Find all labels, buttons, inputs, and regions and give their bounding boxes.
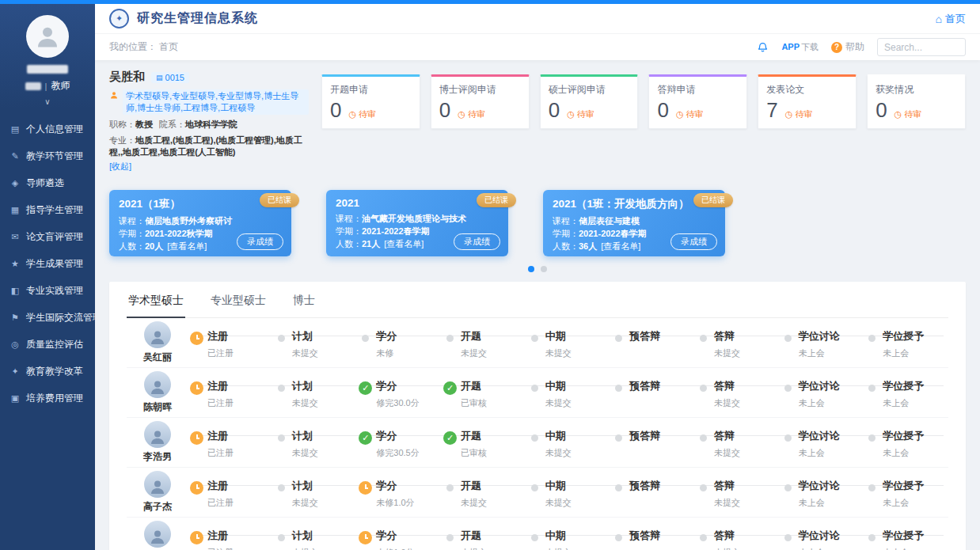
course-status-ribbon: 已结课 xyxy=(260,193,299,207)
student-row[interactable]: 陈朝晖 注册 已注册 xyxy=(127,368,948,418)
chevron-down-icon[interactable]: ∨ xyxy=(0,97,95,106)
user-avatar[interactable] xyxy=(26,15,69,58)
stage-title: 学分 xyxy=(376,479,442,492)
course-card[interactable]: 已结课 2021（1班：开发地质方向） 课程：储层表征与建模 学期：2021-2… xyxy=(543,190,725,256)
sidebar-item[interactable]: ▣ 培养费用管理 xyxy=(0,385,95,412)
tab[interactable]: 专业型硕士 xyxy=(209,282,268,318)
term-label: 学期： xyxy=(119,229,145,238)
breadcrumb-label: 我的位置： xyxy=(109,40,157,54)
stat-card[interactable]: 开题申请 0 ◷ 待审 xyxy=(321,74,420,129)
student-row[interactable]: 吴红丽 注册 已注册 xyxy=(127,318,948,368)
student-avatar xyxy=(144,471,171,498)
course-name: 储层表征与建模 xyxy=(579,216,640,226)
roster-link[interactable]: [查看名单] xyxy=(384,239,424,248)
carousel-dot[interactable] xyxy=(541,266,547,272)
stage-title: 中期 xyxy=(545,429,611,442)
count-value: 21人 xyxy=(362,239,380,248)
status-icon xyxy=(615,534,622,541)
course-name-line: 课程：储层地质野外考察研讨 xyxy=(119,214,282,227)
stage-status: 未提交 xyxy=(714,497,780,509)
page: | 教师 ∨ ▤ 个人信息管理 ✎ 教学环节管理 xyxy=(0,0,980,550)
bell-icon[interactable] xyxy=(757,41,769,53)
term-label: 学期： xyxy=(336,226,362,236)
app-download-link[interactable]: APP 下载 xyxy=(781,41,819,53)
user-role-row: | 教师 xyxy=(0,79,95,93)
stat-card[interactable]: 获奖情况 0 ◷ 待审 xyxy=(867,74,966,129)
collapse-link[interactable]: [收起] xyxy=(109,161,131,173)
status-icon xyxy=(278,534,285,541)
stage-status: 未提交 xyxy=(545,447,611,459)
sidebar-item[interactable]: ✎ 教学环节管理 xyxy=(0,142,95,169)
tab[interactable]: 学术型硕士 xyxy=(127,282,185,318)
sidebar-item[interactable]: ◎ 质量监控评估 xyxy=(0,331,95,358)
stage-registration: 注册 已注册 xyxy=(188,529,273,550)
download-word: 下载 xyxy=(801,41,819,53)
stage-title: 答辩 xyxy=(714,529,780,542)
course-cards: 已结课 2021（1班） 课程：储层地质野外考察研讨 学期：2021-2022秋… xyxy=(109,190,966,256)
stat-status: ◷ 待审 xyxy=(458,108,485,120)
breadcrumb: 我的位置： 首页 xyxy=(109,40,178,54)
student-row[interactable]: 王梓洋 注册 已注册 xyxy=(127,518,948,550)
sidebar-item[interactable]: ▤ 个人信息管理 xyxy=(0,116,95,142)
sidebar-user-panel: | 教师 ∨ xyxy=(0,4,95,109)
roster-link[interactable]: [查看名单] xyxy=(167,241,207,251)
sidebar-item[interactable]: ◈ 导师遴选 xyxy=(0,169,95,196)
breadcrumb-home-link[interactable]: 首页 xyxy=(159,40,178,54)
sidebar-item[interactable]: ✉ 论文盲评管理 xyxy=(0,223,95,250)
stage-midterm: 中期 未提交 xyxy=(526,379,611,409)
help-link[interactable]: ? 帮助 xyxy=(831,40,864,54)
sidebar-item[interactable]: ★ 学生成果管理 xyxy=(0,250,95,277)
progress-timeline: 注册 已注册 计划 未提交 xyxy=(188,377,948,409)
enter-grades-button[interactable]: 录成绩 xyxy=(237,233,283,250)
dept-label: 院系： xyxy=(159,119,185,129)
term-label: 学期： xyxy=(553,229,579,238)
enter-grades-button[interactable]: 录成绩 xyxy=(454,233,500,250)
status-icon xyxy=(531,385,538,392)
header: ✦ 研究生管理信息系统 ⌂ 首页 xyxy=(95,4,980,33)
sidebar-item[interactable]: ▦ 指导学生管理 xyxy=(0,196,95,223)
teacher-id-badge: ▤ 0015 xyxy=(151,72,189,83)
stage-status: 已注册 xyxy=(207,347,273,359)
stat-card[interactable]: 发表论文 7 ◷ 待审 xyxy=(758,74,857,129)
course-label: 课程： xyxy=(553,216,579,226)
stage-plan: 计划 未提交 xyxy=(273,329,358,359)
stat-card[interactable]: 硕士评阅申请 0 ◷ 待审 xyxy=(540,74,639,129)
stat-label: 硕士评阅申请 xyxy=(549,83,630,97)
roster-link[interactable]: [查看名单] xyxy=(601,241,640,251)
status-icon xyxy=(278,335,285,342)
course-card[interactable]: 已结课 2021 课程：油气藏开发地质理论与技术 学期：2021-2022春学期… xyxy=(326,190,508,256)
stage-title: 学位讨论 xyxy=(799,379,864,393)
stage-status: 未提交 xyxy=(461,347,526,359)
stage-title: 学位授予 xyxy=(883,329,948,343)
status-icon xyxy=(359,481,372,495)
sidebar-item[interactable]: ✦ 教育教学改革 xyxy=(0,358,95,385)
stat-card[interactable]: 答辩申请 0 ◷ 待审 xyxy=(648,74,747,129)
student-avatar xyxy=(144,321,171,348)
stage-title: 学位授予 xyxy=(883,379,948,393)
status-icon xyxy=(700,335,707,342)
search-input[interactable] xyxy=(877,38,966,56)
progress-timeline: 注册 已注册 计划 未提交 xyxy=(188,476,948,509)
student-identity: 高子杰 xyxy=(127,471,188,514)
app-title: 研究生管理信息系统 xyxy=(137,10,258,27)
menu-icon: ▣ xyxy=(9,393,21,404)
course-card[interactable]: 已结课 2021（1班） 课程：储层地质野外考察研讨 学期：2021-2022秋… xyxy=(109,190,291,256)
student-row[interactable]: 高子杰 注册 已注册 xyxy=(127,468,948,518)
stat-card[interactable]: 博士评阅申请 0 ◷ 待审 xyxy=(431,74,530,129)
stage-status: 未上会 xyxy=(799,497,864,509)
enter-grades-button[interactable]: 录成绩 xyxy=(670,233,717,250)
student-rows: 吴红丽 注册 已注册 xyxy=(127,318,948,550)
status-icon xyxy=(868,335,876,342)
stage-title: 中期 xyxy=(545,529,611,542)
sidebar-item[interactable]: ◧ 专业实践管理 xyxy=(0,277,95,304)
count-value: 20人 xyxy=(145,241,163,251)
stage-status: 未提交 xyxy=(292,347,358,359)
sidebar-item[interactable]: ⚑ 学生国际交流管理 xyxy=(0,304,95,331)
student-row[interactable]: 李浩男 注册 已注册 xyxy=(127,418,948,468)
stage-title: 学位讨论 xyxy=(799,429,864,442)
tab[interactable]: 博士 xyxy=(291,282,317,318)
status-icon xyxy=(784,434,792,442)
carousel-dot[interactable] xyxy=(528,266,534,272)
home-link[interactable]: ⌂ 首页 xyxy=(936,12,966,26)
course-status-ribbon: 已结课 xyxy=(477,193,516,207)
